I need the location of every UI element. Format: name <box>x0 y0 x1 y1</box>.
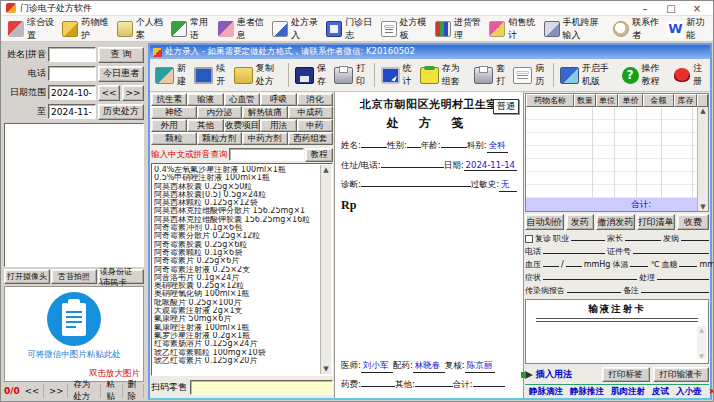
category-charge-items[interactable]: 收费项目 <box>224 119 260 132</box>
category-cardio[interactable]: 心血管 <box>224 93 260 106</box>
drug-item[interactable]: 阿莫西林颗粒 0.125g×12袋 <box>154 199 319 207</box>
symptoms-value[interactable] <box>543 271 637 280</box>
print-list-button[interactable]: 打印清单 <box>637 214 676 230</box>
field-gender-value[interactable] <box>407 139 421 148</box>
register-button[interactable]: 注册 <box>671 62 708 88</box>
table-scrollbar[interactable] <box>697 107 708 211</box>
drug-item[interactable]: 阿奇霉素胶囊 0.25g×6粒 <box>154 241 319 249</box>
scroll-up-icon[interactable] <box>699 326 704 333</box>
category-other[interactable]: 其他 <box>187 119 223 132</box>
category-chinese-patent[interactable]: 中成药 <box>288 106 334 119</box>
field-dept-value[interactable]: 全科 <box>487 140 508 153</box>
toolbar-button-drug-maintenance[interactable]: 药物维护 <box>58 17 112 41</box>
drug-item[interactable]: 大观霉素注射液 2g×1支 <box>154 307 319 315</box>
drug-item[interactable]: 阿奇霉素注射液 0.25×2支 <box>154 266 319 274</box>
category-endocrine[interactable]: 内分泌 <box>197 106 243 119</box>
toolbar-button-settings[interactable]: 综合设置 <box>4 17 58 41</box>
col-quantity[interactable]: 数量 <box>574 94 596 107</box>
dispenser-value[interactable]: 林晓春 <box>413 360 445 373</box>
usage-iv-push[interactable]: 静脉推注 <box>570 386 604 398</box>
iv-injection-card[interactable]: 输液注射卡 <box>525 299 709 364</box>
image-next-button[interactable]: >> <box>45 384 68 398</box>
drug-item[interactable]: 阿莫西林克拉维酸钾胶囊 156.25mg×16粒 <box>154 216 319 224</box>
save-as-set-button[interactable]: 存为组套 <box>417 62 471 88</box>
col-unit-price[interactable]: 单价 <box>618 94 643 107</box>
toolbar-button-phone-input[interactable]: 手机跨屏输入 <box>540 17 609 41</box>
occupation-value[interactable] <box>571 232 605 241</box>
category-chinese-herb[interactable]: 中药 <box>297 119 333 132</box>
field-age-value[interactable] <box>441 139 467 148</box>
toolbar-button-new-features[interactable]: 新功能 <box>663 17 710 41</box>
toolbar-button-contact-author[interactable]: 联系作者 <box>609 17 663 41</box>
contact-phone-value[interactable] <box>543 245 605 254</box>
category-western-set[interactable]: 西药组套 <box>288 132 334 145</box>
print-button[interactable]: 打印 <box>331 62 370 88</box>
toolbar-button-prescription-entry[interactable]: 处方录入 <box>268 17 322 41</box>
tongue-photo-button[interactable]: 舌苔拍照 <box>51 269 97 284</box>
insert-usage-link[interactable]: 插入用法 <box>525 368 572 381</box>
onset-value[interactable] <box>681 232 709 241</box>
history-prescriptions-button[interactable]: 历史处方 <box>98 104 144 120</box>
col-stock[interactable]: 库存 <box>674 94 697 107</box>
prescription-type-badge[interactable]: 普通 <box>493 99 519 114</box>
category-granule[interactable]: 颗粒 <box>151 132 197 145</box>
drug-item[interactable]: 氟康唑片 50mg×6片 <box>154 315 319 323</box>
toolbar-button-purchase-management[interactable]: 进货管理 <box>431 17 485 41</box>
bp-dia-value[interactable] <box>566 258 582 267</box>
usage-iv-drip[interactable]: 静脉滴注 <box>529 386 563 398</box>
category-usage[interactable]: 用法 <box>260 119 296 132</box>
table-body-empty[interactable] <box>526 107 697 198</box>
category-infusion[interactable]: 输液 <box>187 93 223 106</box>
drug-item[interactable]: 琥乙红霉素颗粒 100mg×10袋 <box>154 349 319 357</box>
toolbar-button-prescription-template[interactable]: 处方模板 <box>377 17 431 41</box>
fee-value[interactable] <box>361 378 395 387</box>
category-external[interactable]: 外用 <box>151 119 187 132</box>
temp-value[interactable] <box>630 258 648 267</box>
guardian-value[interactable] <box>625 232 661 241</box>
drug-item[interactable]: 阿昔洛韦片 0.1g×24片 <box>154 274 319 282</box>
field-name-value[interactable] <box>361 139 387 148</box>
charge-button[interactable]: 收费 <box>677 214 709 230</box>
drug-item[interactable]: 阿奇霉素颗粒 0.1g×6袋 <box>154 249 319 257</box>
scroll-up-icon[interactable] <box>323 166 328 174</box>
category-granule-formula[interactable]: 颗粒方剂 <box>197 132 243 145</box>
scan-retail-input[interactable] <box>190 380 333 395</box>
drug-item[interactable]: 吡哌酸片 0.25g×100片 <box>154 299 319 307</box>
delete-image-button[interactable]: 删除 <box>124 384 144 398</box>
prev-range-button[interactable]: << <box>98 85 120 101</box>
drug-item[interactable]: 阿奇霉素冲剂 0.1g×6包 <box>154 224 319 232</box>
field-date-value[interactable]: 2024-11-14 <box>464 160 517 171</box>
drug-item[interactable]: 奥硝唑胶囊 0.25g×12粒 <box>154 282 319 290</box>
usage-skin-test[interactable]: 皮试 <box>652 386 669 398</box>
category-respiratory[interactable]: 呼吸 <box>260 93 296 106</box>
remark-value[interactable] <box>641 284 709 293</box>
bp-sys-value[interactable] <box>543 258 559 267</box>
drug-item[interactable]: 阿奇霉素分散片 0.25g×12粒 <box>154 232 319 240</box>
toolbar-button-personal-files[interactable]: 个人档案 <box>113 17 167 41</box>
date-to-input[interactable] <box>48 104 96 119</box>
image-prev-button[interactable]: << <box>21 384 44 398</box>
usage-into-buret[interactable]: 入小壶 <box>676 386 702 398</box>
category-antipyretic[interactable]: 解热镇痛 <box>242 106 288 119</box>
other-value[interactable] <box>415 378 453 387</box>
save-button[interactable]: 保存 <box>292 62 331 88</box>
undo-dispense-button[interactable]: 撤消发药 <box>596 214 635 230</box>
drug-item[interactable]: 0.4%左氧氟沙星注射液 100ml×1瓶 <box>154 166 319 174</box>
revisit-checkbox[interactable] <box>525 235 533 243</box>
read-id-card-button[interactable]: 读身份证\市民卡 <box>98 269 144 284</box>
scroll-down-icon[interactable] <box>323 365 328 373</box>
drug-list[interactable]: 0.4%左氧氟沙星注射液 100ml×1瓶 0.5%甲硝唑注射液 100ml×1… <box>151 163 333 376</box>
total-value[interactable] <box>473 378 505 387</box>
toolbar-button-clinic-log[interactable]: 门诊日志 <box>322 17 376 41</box>
drug-item[interactable]: 阿莫西林胶囊[0.5] 0.5g×24粒 <box>154 191 319 199</box>
treatment-value[interactable] <box>657 271 709 280</box>
col-drug-name[interactable]: 药物名称 <box>526 94 574 107</box>
drug-item[interactable]: 琥乙红霉素片 0.125g×20片 <box>154 357 319 365</box>
drug-item[interactable]: 阿莫西林克拉维酸钾分散片 156.25mg×1 <box>154 207 319 215</box>
iv-card-scrollbar[interactable] <box>697 326 706 359</box>
search-button[interactable]: 查 询 <box>98 47 144 63</box>
phone-input[interactable] <box>48 66 96 81</box>
copy-prescription-button[interactable]: 复制处方 <box>231 62 285 88</box>
close-button[interactable]: × <box>686 2 708 15</box>
scroll-down-icon[interactable] <box>699 352 704 359</box>
